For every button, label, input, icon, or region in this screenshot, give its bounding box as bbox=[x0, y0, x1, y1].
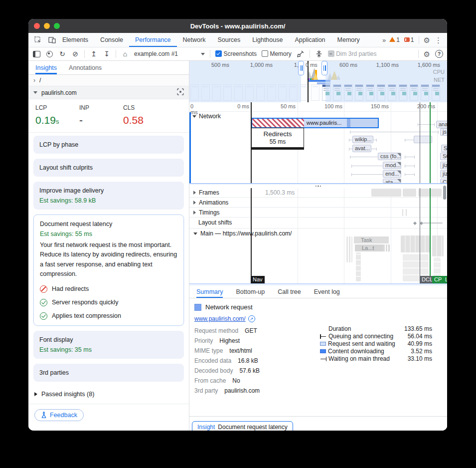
shortcuts-dialog-icon[interactable] bbox=[315, 50, 323, 58]
main-flame bbox=[432, 235, 444, 256]
animations-track[interactable]: Animations bbox=[189, 197, 447, 208]
insight-card-lcp-by-phase[interactable]: LCP by phase bbox=[33, 136, 184, 154]
request-css[interactable]: css (fo... bbox=[378, 153, 401, 160]
net-label: NET bbox=[434, 77, 445, 83]
warnings-indicator[interactable]: 1 bbox=[389, 36, 400, 43]
screenshots-checkbox[interactable]: Screenshots bbox=[215, 50, 257, 57]
tab-bottom-up[interactable]: Bottom-up bbox=[236, 285, 265, 298]
tracks-scrollbar[interactable] bbox=[443, 186, 446, 200]
help-icon[interactable]: ? bbox=[435, 50, 443, 58]
field-data-icon[interactable] bbox=[177, 88, 184, 97]
memory-checkbox[interactable]: Memory bbox=[262, 50, 292, 57]
capture-settings-gear-icon[interactable]: ⚙ bbox=[424, 50, 430, 58]
home-icon[interactable]: ⌂ bbox=[121, 50, 129, 58]
external-link-icon[interactable]: ↗ bbox=[248, 315, 255, 322]
toggle-sidebar-icon[interactable] bbox=[32, 50, 40, 58]
tab-performance[interactable]: Performance bbox=[129, 33, 177, 47]
more-options-icon[interactable]: ⋮ bbox=[435, 36, 442, 44]
tree-item-site[interactable]: paulirish.com bbox=[28, 86, 189, 99]
tab-call-tree[interactable]: Call tree bbox=[278, 285, 301, 298]
request-cut[interactable]: S6 bbox=[440, 153, 447, 160]
insight-chip[interactable]: Insight Document request latency bbox=[192, 421, 293, 431]
request-url-link[interactable]: www.paulirish.com/ bbox=[194, 315, 246, 322]
passed-insights-toggle[interactable]: Passed insights (8) bbox=[28, 387, 189, 403]
tab-sources[interactable]: Sources bbox=[211, 33, 246, 47]
metric-cls: CLS 0.58 bbox=[123, 104, 167, 126]
frame-block bbox=[371, 189, 401, 197]
network-track-header[interactable]: Network bbox=[192, 113, 221, 120]
metric-lcp: LCP 0.19s bbox=[35, 104, 79, 126]
main-thread-track[interactable]: Main — https://www.paulirish.com/ Task L… bbox=[189, 228, 447, 284]
request-js[interactable]: js (ww bbox=[440, 128, 447, 136]
request-mod[interactable]: mod... bbox=[383, 162, 401, 169]
request-cut[interactable]: Cl bbox=[440, 179, 447, 183]
request-analytics[interactable]: analytic bbox=[436, 121, 447, 128]
content-download-icon bbox=[320, 349, 326, 353]
overview-right-handle[interactable] bbox=[321, 61, 327, 75]
download-profile-icon[interactable]: ↧ bbox=[103, 50, 111, 58]
tab-elements[interactable]: Elements bbox=[56, 33, 94, 47]
insight-card-document-request-latency[interactable]: Document request latency Est savings: 55… bbox=[33, 215, 184, 326]
insight-card-font-display[interactable]: Font display Est savings: 35 ms bbox=[33, 331, 184, 359]
maximize-window-button[interactable] bbox=[54, 23, 60, 29]
tab-application[interactable]: Application bbox=[289, 33, 331, 47]
tab-memory[interactable]: Memory bbox=[331, 33, 366, 47]
more-tabs-icon[interactable]: » bbox=[382, 36, 385, 44]
issues-indicator[interactable]: 1 bbox=[404, 36, 414, 43]
lcp-badge[interactable]: CP bbox=[432, 276, 444, 283]
lcp-marker-line bbox=[430, 102, 431, 283]
target-selector[interactable]: example.com #1 bbox=[134, 50, 205, 57]
tab-annotations[interactable]: Annotations bbox=[69, 61, 102, 74]
upload-profile-icon[interactable]: ↥ bbox=[90, 50, 98, 58]
tree-item-root[interactable]: › / bbox=[28, 75, 189, 86]
marker-badge[interactable]: L bbox=[443, 276, 447, 283]
request-partial[interactable]: ata... bbox=[383, 179, 401, 183]
insight-card-layout-shift-culprits[interactable]: Layout shift culprits bbox=[33, 159, 184, 177]
overview-left-handle[interactable] bbox=[298, 61, 304, 75]
request-end[interactable]: end... bbox=[383, 170, 401, 178]
layout-shift-marker[interactable] bbox=[413, 222, 417, 225]
chevron-down-icon bbox=[193, 233, 197, 235]
frames-track[interactable]: Frames 1,500.3 ms bbox=[189, 187, 447, 198]
chevron-down-icon bbox=[192, 115, 196, 118]
request-cut[interactable]: jiz bbox=[440, 170, 447, 178]
close-window-button[interactable] bbox=[34, 23, 40, 29]
passed-icon bbox=[40, 312, 47, 320]
warning-icon bbox=[389, 37, 395, 42]
settings-gear-icon[interactable]: ⚙ bbox=[424, 36, 430, 44]
timings-track[interactable]: Timings bbox=[189, 207, 447, 218]
request-wikip[interactable]: wikip... bbox=[352, 136, 373, 143]
timeline-overview[interactable]: 500 ms 1,000 ms 1, 0 ms 600 ms 1,100 ms … bbox=[189, 61, 447, 102]
inspect-element-icon[interactable] bbox=[33, 36, 42, 44]
task-bar[interactable]: Task bbox=[354, 236, 389, 243]
request-cut[interactable]: jiz bbox=[440, 162, 447, 169]
nav-badge[interactable]: Nav bbox=[251, 276, 265, 283]
cpu-label: CPU bbox=[433, 69, 445, 75]
device-toolbar-icon[interactable] bbox=[47, 36, 56, 44]
reload-and-record-icon[interactable]: ↻ bbox=[58, 50, 66, 58]
overview-tick: 1,600 ms bbox=[405, 62, 440, 68]
chevron-right-icon bbox=[193, 201, 196, 205]
record-icon[interactable] bbox=[45, 50, 53, 58]
feedback-button[interactable]: Feedback bbox=[34, 409, 84, 421]
devtools-window: DevTools - www.paulirish.com/ Elements C… bbox=[28, 19, 447, 431]
main-flame bbox=[401, 235, 431, 252]
tracks-splitter[interactable] bbox=[189, 183, 447, 188]
insight-card-3rd-parties[interactable]: 3rd parties bbox=[33, 364, 184, 382]
tab-event-log[interactable]: Event log bbox=[314, 285, 340, 298]
tab-console[interactable]: Console bbox=[94, 33, 129, 47]
collect-garbage-icon[interactable] bbox=[297, 50, 305, 58]
insight-card-improve-image-delivery[interactable]: Improve image delivery Est savings: 58.9… bbox=[33, 182, 184, 210]
clear-icon[interactable]: ⊘ bbox=[71, 50, 79, 58]
dim-3rd-parties-checkbox[interactable]: Dim 3rd parties bbox=[328, 50, 377, 57]
request-avatar[interactable]: avat... bbox=[352, 145, 371, 152]
request-www-paulirish[interactable]: www.pauliris... bbox=[251, 118, 379, 128]
tab-insights[interactable]: Insights bbox=[35, 61, 57, 74]
ruler-tick: 150 ms bbox=[359, 103, 389, 109]
tab-summary[interactable]: Summary bbox=[196, 285, 223, 298]
layout-shifts-track[interactable]: Layout shifts bbox=[189, 217, 447, 229]
request-cut[interactable]: Sl bbox=[441, 145, 447, 152]
tab-network[interactable]: Network bbox=[177, 33, 212, 47]
minimize-window-button[interactable] bbox=[44, 23, 50, 29]
tab-lighthouse[interactable]: Lighthouse bbox=[246, 33, 289, 47]
